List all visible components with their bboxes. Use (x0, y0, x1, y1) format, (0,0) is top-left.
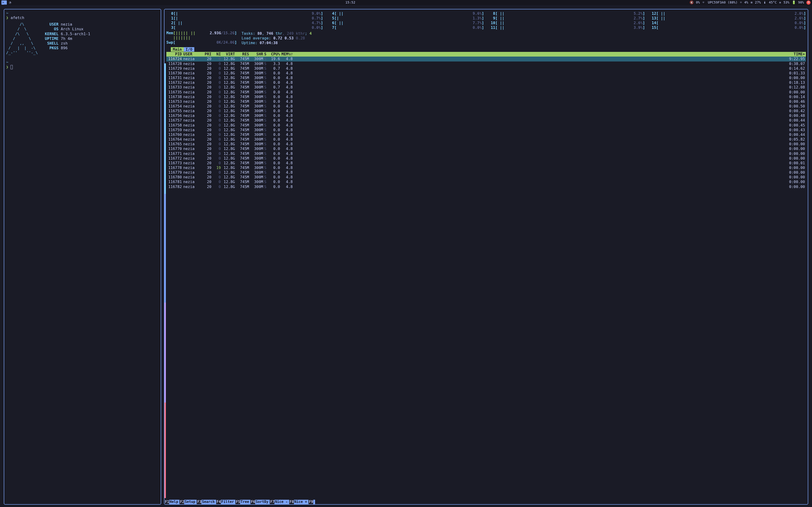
cpu-meter-13: 13[ ||2.6%] (649, 16, 806, 21)
tasks-line: Tasks: 80, 746 thr, 249 kthr; 4 (242, 31, 806, 36)
terminal-right-pane[interactable]: 0[|9.0%]4[ ||9.6%]8[ ||5.2%]12[ ||2.0%]1… (164, 9, 808, 505)
fkey-f7[interactable]: F7Nice - (270, 500, 289, 504)
battery-percent: 98% (798, 0, 804, 5)
cpu-meter-3: 3[0.0%] (166, 25, 323, 30)
thermometer-icon[interactable]: 🌡 (763, 0, 766, 5)
afetch-info: USERnezia OSArch Linux KERNEL6.3.5-arch1… (44, 22, 90, 55)
process-row[interactable]: 116738nezia20012.8G745M300MS0.04.80:00.1… (166, 95, 806, 99)
prompt-char: ❯ (6, 15, 8, 20)
uptime-line: Uptime: 07:04:38 (242, 41, 806, 45)
afetch-ascii-art: /\ / \ /\ \ / \ / ,, \ / | | -\ /_-'' ''… (6, 22, 38, 55)
process-row[interactable]: 116729nezia20012.8G745M300MS0.74.80:14.6… (166, 66, 806, 71)
tab-io[interactable]: I/O (184, 47, 194, 52)
swap-meter: Swp[ 0K/24.0G] (166, 40, 237, 45)
tab-main[interactable]: Main (171, 47, 184, 52)
process-row[interactable]: 116754nezia20012.8G745M300MS0.04.80:00.5… (166, 104, 806, 109)
fkey-f1[interactable]: F1Help (164, 500, 180, 504)
process-list[interactable]: 116724nezia20012.8G745M300MS19.64.89:22.… (166, 57, 806, 189)
status-bar: >_ ◔ 15:52 🔇 0% ᯤ UPC59F3A0 (88%) ☼ 4% ≡… (0, 0, 812, 5)
brightness-icon[interactable]: ☼ (740, 0, 742, 5)
cursor (11, 65, 13, 69)
prompt-char: ❯ (6, 65, 8, 69)
process-row[interactable]: 116730nezia20012.8G745M300MS0.04.80:01.3… (166, 71, 806, 75)
process-row[interactable]: 116728nezia20012.8G745M300MS3.34.80:38.0… (166, 61, 806, 66)
fan-icon[interactable]: ✲ (779, 0, 781, 5)
volume-percent: 0% (696, 0, 700, 5)
cpu-meter-11: 11[ ||3.9%] (488, 25, 645, 30)
process-row[interactable]: 116724nezia20012.8G745M300MS19.64.89:22.… (166, 57, 806, 61)
ram-icon[interactable]: ≡ (751, 0, 753, 5)
ram-percent: 27% (755, 0, 761, 5)
cpu-meter-8: 8[ ||5.2%] (488, 11, 645, 16)
process-row[interactable]: 116731nezia20012.8G745M300MS0.04.80:00.0… (166, 75, 806, 80)
fan-percent: 53% (783, 0, 789, 5)
process-row[interactable]: 116758nezia20012.8G745M300MS0.04.80:00.4… (166, 123, 806, 128)
process-row[interactable]: 116782nezia20012.8G745M300MS0.04.80:00.0… (166, 184, 806, 189)
process-row[interactable]: 116735nezia20012.8G745M300MS0.04.80:00.0… (166, 90, 806, 95)
cpu-meter-4: 4[ ||9.6%] (327, 11, 484, 16)
loadavg-line: Load average: 0.72 0.53 0.28 (242, 36, 806, 41)
terminal-left-pane[interactable]: ~ ❯ afetch /\ / \ /\ \ / \ / ,, \ / | | … (4, 9, 161, 505)
cpu-meter-9: 9[ ||2.7%] (488, 16, 645, 21)
process-row[interactable]: 116780nezia20012.8G745M300MS0.04.80:00.0… (166, 175, 806, 180)
battery-icon[interactable]: 🔋 (792, 0, 796, 5)
process-row[interactable]: 116771nezia20012.8G745M300MS0.04.80:00.0… (166, 151, 806, 156)
wifi-ssid: UPC59F3A0 (88%) (708, 0, 738, 5)
fkey-f2[interactable]: F2Setup (180, 500, 197, 504)
fkey-f5[interactable]: F5Tree (236, 500, 250, 504)
brightness-percent: 4% (744, 0, 748, 5)
process-row[interactable]: 116757nezia20012.8G745M300MS0.04.80:00.4… (166, 118, 806, 123)
process-row[interactable]: 116773nezia20012.8G745M300MS0.04.80:00.0… (166, 161, 806, 165)
process-row[interactable]: 116779nezia20012.8G745M300MS0.04.80:00.0… (166, 170, 806, 175)
cpu-meter-10: 10[ ||2.6%] (488, 21, 645, 25)
process-row[interactable]: 116756nezia20012.8G745M300MS0.04.80:00.4… (166, 113, 806, 118)
process-row[interactable]: 116759nezia20012.8G745M300MS0.04.80:00.4… (166, 128, 806, 132)
cpu-meter-0: 0[|9.0%] (166, 11, 323, 16)
workspace-dot-icon[interactable]: ◔ (9, 0, 11, 5)
process-row[interactable]: 116753nezia20012.8G745M300MS0.04.80:00.4… (166, 99, 806, 104)
cpu-meter-1: 1[|0.7%] (166, 16, 323, 21)
cpu-meter-12: 12[ ||2.0%] (649, 11, 806, 16)
process-row[interactable]: 116733nezia20012.8G745M300MS0.74.80:12.0… (166, 85, 806, 90)
fkey-f9[interactable]: F9 (308, 500, 315, 504)
temp-value: 45°C (769, 0, 777, 5)
process-row[interactable]: 116772nezia20012.8G745M300MS0.04.80:00.0… (166, 156, 806, 161)
cpu-meter-14: 14[0.0%] (649, 21, 806, 25)
process-row[interactable]: 116764nezia20012.8G745M300MS0.04.80:05.8… (166, 137, 806, 142)
cpu-meter-2: 2[ ||4.7%] (166, 21, 323, 25)
process-row[interactable]: 116760nezia20012.8G745M300MS0.04.80:00.4… (166, 132, 806, 137)
scroll-gutter (164, 63, 166, 498)
cpu-meters: 0[|9.0%]4[ ||9.6%]8[ ||5.2%]12[ ||2.0%]1… (166, 11, 806, 30)
discord-tray-icon[interactable]: ⦿ (806, 0, 811, 5)
cpu-meter-15: 15[0.0%] (649, 25, 806, 30)
process-row[interactable]: 116778nezia391912.8G745M300MS0.04.80:00.… (166, 165, 806, 170)
cpu-meter-7: 7[0.0%] (327, 25, 484, 30)
process-row[interactable]: 116781nezia20012.8G745M300MS0.04.80:00.0… (166, 180, 806, 184)
process-row[interactable]: 116770nezia20012.8G745M300MS0.04.80:00.0… (166, 147, 806, 151)
cpu-meter-6: 6[ ||7.7%] (327, 21, 484, 25)
fkey-f6[interactable]: F6SortBy (250, 500, 270, 504)
fkey-f3[interactable]: F3Search (197, 500, 216, 504)
terminal-icon[interactable]: >_ (1, 0, 7, 5)
cpu-meter-5: 5[|1.3%] (327, 16, 484, 21)
process-row[interactable]: 116755nezia20012.8G745M300MS0.04.80:00.4… (166, 109, 806, 113)
fkey-f8[interactable]: F8Nice + (289, 500, 308, 504)
function-key-bar: F1HelpF2SetupF3SearchF4FilterF5TreeF6Sor… (164, 500, 808, 504)
mem-meter: Mem[||||| || ||||||| 2.93G/15.2G] (166, 31, 237, 40)
process-row[interactable]: 116732nezia20012.8G745M300MS0.04.80:18.1… (166, 80, 806, 85)
command-text: afetch (11, 15, 24, 20)
wifi-icon[interactable]: ᯤ (702, 0, 706, 5)
clock: 15:52 (345, 0, 355, 4)
htop-tabs: MainI/O (166, 47, 806, 52)
volume-mute-icon[interactable]: 🔇 (690, 0, 694, 5)
fkey-f4[interactable]: F4Filter (216, 500, 236, 504)
process-header[interactable]: PID USER PRI NI VIRT RES SHR S CPU% MEM%… (166, 52, 806, 57)
process-row[interactable]: 116765nezia20012.8G745M300MS0.04.80:00.0… (166, 142, 806, 147)
